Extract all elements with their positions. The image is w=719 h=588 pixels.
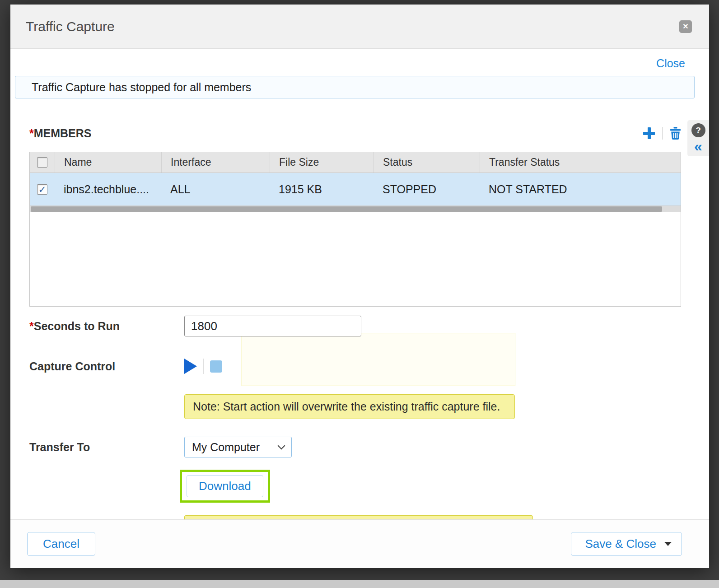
help-button[interactable]: ? (691, 123, 705, 137)
row-checkbox[interactable]: ✓ (37, 184, 47, 195)
trash-icon (670, 127, 681, 140)
cancel-button[interactable]: Cancel (27, 532, 95, 556)
cell-status: STOPPED (374, 183, 480, 196)
page-bottom-bar (0, 580, 719, 588)
close-icon: ✕ (682, 22, 688, 31)
play-icon (184, 359, 197, 374)
table-header-row: Name Interface File Size Status Transfer… (30, 152, 681, 173)
stop-capture-button[interactable] (210, 360, 222, 373)
close-link[interactable]: Close (656, 57, 685, 70)
help-icon: ? (696, 126, 701, 135)
side-help-tab: ? « (687, 120, 709, 156)
status-message-text: Traffic Capture has stopped for all memb… (32, 81, 251, 94)
toolbar-divider (662, 127, 663, 140)
seconds-to-run-label: *Seconds to Run (29, 320, 184, 333)
status-message: Traffic Capture has stopped for all memb… (15, 76, 695, 98)
chevron-down-icon (278, 442, 285, 450)
cell-file-size: 1915 KB (270, 183, 374, 196)
download-button[interactable]: Download (187, 475, 263, 497)
members-table: Name Interface File Size Status Transfer… (29, 152, 681, 307)
dropdown-caret-icon (664, 542, 672, 546)
column-header-transfer-status[interactable]: Transfer Status (480, 152, 681, 173)
transfer-to-row: Transfer To My Computer (29, 437, 681, 457)
dialog-content: *MEMBERS (29, 124, 681, 519)
column-header-interface[interactable]: Interface (161, 152, 270, 173)
members-toolbar: *MEMBERS (29, 124, 681, 143)
transfer-to-label: Transfer To (29, 441, 184, 454)
capture-control-row: Capture Control (29, 358, 681, 374)
cell-transfer-status: NOT STARTED (480, 183, 681, 196)
dialog-header: Traffic Capture ✕ (10, 5, 709, 49)
scrollbar-thumb[interactable] (31, 206, 662, 212)
annotation-highlight: Download (180, 470, 270, 503)
traffic-capture-dialog: Traffic Capture ✕ Close Traffic Capture … (10, 5, 709, 568)
members-actions (643, 127, 681, 140)
horizontal-scrollbar[interactable] (30, 205, 681, 212)
column-header-name[interactable]: Name (55, 152, 161, 173)
page-overlay: { "dialog": { "title": "Traffic Capture"… (0, 0, 719, 588)
column-header-status[interactable]: Status (374, 152, 480, 173)
dialog-title: Traffic Capture (26, 19, 115, 34)
row-checkbox-cell: ✓ (30, 184, 55, 195)
select-all-checkbox[interactable] (37, 157, 47, 168)
members-label: *MEMBERS (29, 127, 92, 140)
save-close-label: Save & Close (585, 537, 656, 551)
close-link-row: Close (10, 57, 685, 70)
table-row[interactable]: ✓ ibns2.techblue.... ALL 1915 KB STOPPED… (30, 173, 681, 205)
seconds-to-run-input[interactable] (184, 316, 361, 336)
collapse-chevrons-icon: « (694, 138, 702, 154)
capture-controls (184, 359, 222, 374)
table-empty-area (30, 212, 681, 306)
control-divider (203, 359, 204, 374)
overwrite-note-text: Note: Start action will overwrite the ex… (193, 400, 500, 413)
collapse-button[interactable]: « (694, 140, 702, 152)
start-capture-button[interactable] (184, 359, 197, 374)
stop-icon (210, 360, 222, 373)
dialog-close-button[interactable]: ✕ (679, 20, 692, 33)
overwrite-note: Note: Start action will overwrite the ex… (184, 394, 515, 419)
check-icon: ✓ (38, 185, 47, 194)
column-header-file-size[interactable]: File Size (270, 152, 374, 173)
plus-icon (643, 127, 655, 139)
save-close-button[interactable]: Save & Close (571, 532, 682, 556)
delete-member-button[interactable] (670, 127, 681, 140)
dialog-footer: Cancel Save & Close (10, 519, 709, 568)
add-member-button[interactable] (643, 127, 655, 139)
partial-note (184, 515, 533, 519)
required-asterisk: * (29, 320, 34, 332)
dialog-body: Close Traffic Capture has stopped for al… (10, 49, 709, 519)
seconds-to-run-row: *Seconds to Run (29, 316, 681, 336)
transfer-to-select[interactable]: My Computer (184, 437, 292, 457)
cell-name: ibns2.techblue.... (55, 183, 161, 196)
cell-interface: ALL (161, 183, 270, 196)
capture-control-label: Capture Control (29, 360, 184, 373)
select-all-cell (30, 152, 55, 173)
transfer-to-selected-value: My Computer (192, 441, 260, 454)
required-asterisk: * (29, 127, 34, 140)
